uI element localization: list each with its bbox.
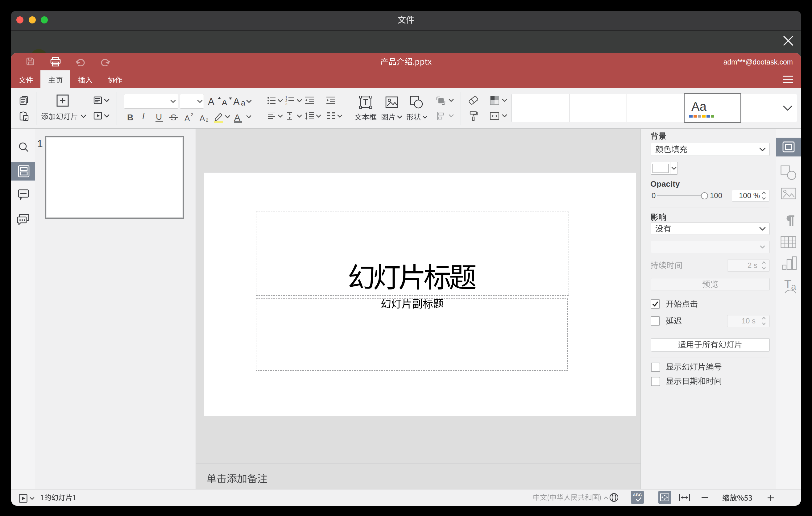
svg-text:3: 3: [285, 102, 287, 106]
